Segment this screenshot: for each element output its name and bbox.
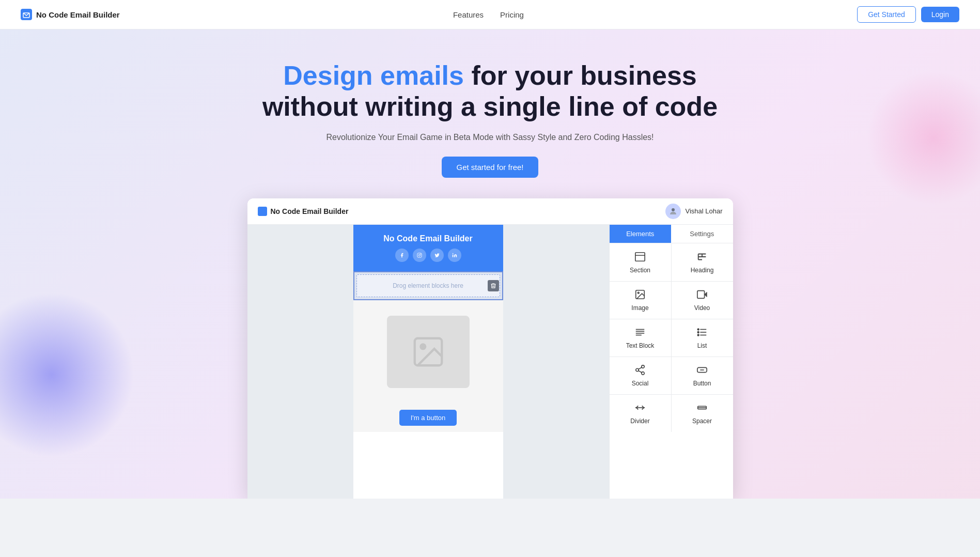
tab-settings[interactable]: Settings — [671, 225, 733, 243]
hero-title-accent: Design emails — [283, 60, 464, 90]
image-icon — [634, 289, 646, 302]
app-topbar: No Code Email Builder Vishal Lohar — [247, 198, 733, 225]
app-window: No Code Email Builder Vishal Lohar — [247, 198, 733, 499]
app-body: No Code Email Builder — [247, 225, 733, 499]
section-icon — [634, 251, 646, 264]
hero-cta-button[interactable]: Get started for free! — [442, 157, 538, 178]
drop-zone-text: Drog element blocks here — [393, 282, 463, 289]
element-social-label: Social — [632, 380, 649, 387]
spacer-icon — [696, 402, 708, 415]
social-icon — [634, 364, 646, 377]
element-list[interactable]: List — [672, 319, 733, 357]
element-section[interactable]: Section — [610, 244, 671, 281]
element-divider[interactable]: Divider — [610, 395, 671, 432]
app-logo-icon — [258, 207, 267, 216]
element-heading[interactable]: Heading — [672, 244, 733, 281]
svg-line-28 — [639, 367, 642, 369]
hero-title: Design emails for your business without … — [258, 60, 723, 122]
svg-point-5 — [452, 253, 453, 254]
element-section-label: Section — [630, 267, 650, 274]
element-heading-label: Heading — [691, 267, 714, 274]
svg-point-21 — [697, 329, 699, 330]
svg-point-24 — [642, 365, 645, 368]
app-user: Vishal Lohar — [665, 204, 722, 219]
svg-point-23 — [697, 334, 699, 336]
element-spacer-label: Spacer — [692, 417, 712, 425]
svg-point-7 — [421, 344, 425, 349]
svg-point-26 — [642, 372, 645, 375]
svg-point-1 — [672, 208, 675, 211]
list-icon — [696, 327, 708, 339]
heading-icon — [696, 251, 708, 264]
button-row: I'm a button — [353, 404, 503, 432]
drop-zone[interactable]: Drog element blocks here — [356, 274, 500, 297]
login-button[interactable]: Login — [921, 7, 959, 22]
canvas-area: No Code Email Builder — [247, 225, 609, 499]
element-button[interactable]: Button — [672, 357, 733, 394]
avatar — [665, 204, 681, 219]
svg-rect-8 — [635, 252, 645, 261]
element-text-block-label: Text Block — [626, 342, 655, 349]
nav-logo: No Code Email Builder — [21, 9, 120, 20]
svg-point-4 — [420, 254, 421, 254]
element-image-label: Image — [631, 304, 648, 312]
nav-actions: Get Started Login — [857, 6, 959, 23]
svg-point-3 — [418, 254, 420, 256]
instagram-icon — [413, 249, 426, 262]
element-image[interactable]: Image — [610, 282, 671, 319]
button-icon — [696, 364, 708, 377]
element-list-label: List — [697, 342, 707, 349]
app-logo: No Code Email Builder — [258, 207, 349, 216]
panel-tabs: Elements Settings — [610, 225, 733, 243]
element-button-label: Button — [693, 380, 711, 387]
element-text-block[interactable]: Text Block — [610, 319, 671, 357]
element-video-label: Video — [694, 304, 710, 312]
nav-links: Features Pricing — [453, 10, 524, 19]
svg-point-25 — [636, 368, 639, 372]
image-row — [353, 300, 503, 404]
nav-pricing[interactable]: Pricing — [500, 10, 524, 19]
logo-text: No Code Email Builder — [36, 10, 120, 19]
social-icons — [362, 249, 495, 262]
facebook-icon — [395, 249, 409, 262]
video-icon — [696, 289, 708, 302]
email-cta-button[interactable]: I'm a button — [399, 410, 457, 426]
hero-section: Design emails for your business without … — [0, 29, 980, 499]
navbar: No Code Email Builder Features Pricing G… — [0, 0, 980, 29]
email-header-block: No Code Email Builder — [353, 225, 503, 271]
element-spacer[interactable]: Spacer — [672, 395, 733, 432]
user-name: Vishal Lohar — [685, 207, 722, 215]
tab-elements[interactable]: Elements — [610, 225, 672, 243]
svg-point-11 — [637, 292, 639, 293]
email-header-title: No Code Email Builder — [362, 234, 495, 243]
svg-line-27 — [639, 370, 642, 373]
element-video[interactable]: Video — [672, 282, 733, 319]
email-preview: No Code Email Builder — [353, 225, 503, 499]
drop-zone-row: Drog element blocks here — [353, 271, 503, 300]
divider-icon — [634, 402, 646, 415]
linkedin-icon — [448, 249, 461, 262]
svg-rect-2 — [417, 253, 421, 257]
get-started-button[interactable]: Get Started — [857, 6, 916, 23]
right-panel: Elements Settings Secti — [609, 225, 733, 499]
hero-subtitle: Revolutionize Your Email Game in Beta Mo… — [10, 133, 970, 142]
logo-icon — [21, 9, 32, 20]
svg-rect-12 — [697, 290, 705, 298]
text-block-icon — [634, 327, 646, 339]
hero-content: Design emails for your business without … — [10, 60, 970, 499]
app-logo-text: No Code Email Builder — [271, 207, 349, 215]
element-social[interactable]: Social — [610, 357, 671, 394]
nav-features[interactable]: Features — [453, 10, 484, 19]
svg-point-22 — [697, 331, 699, 333]
element-divider-label: Divider — [630, 417, 649, 425]
elements-grid: Section Heading — [610, 244, 733, 432]
image-placeholder — [387, 316, 470, 388]
twitter-icon — [430, 249, 444, 262]
delete-button[interactable] — [488, 280, 499, 291]
